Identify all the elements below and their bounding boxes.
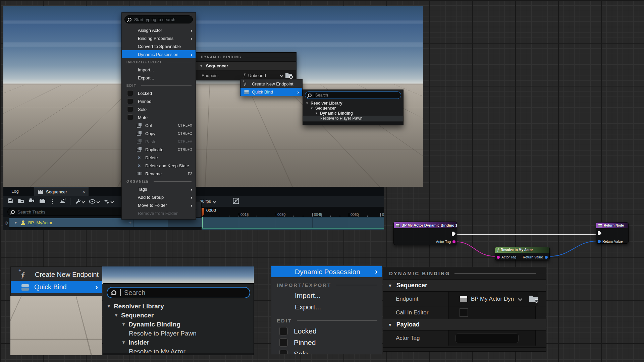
checkbox[interactable] [279,327,288,336]
timeline-track-region[interactable] [202,217,384,230]
menu-item-binding-properties[interactable]: Binding Properties› [122,34,196,42]
more-options-icon[interactable]: ⋮ [50,198,55,204]
details-title-row: DYNAMIC BINDING [383,267,546,279]
wrench-dropdown-icon[interactable] [75,198,85,204]
browse-icon[interactable] [285,73,292,78]
grid-line [349,217,349,228]
exec-in-pin[interactable] [598,231,601,235]
mute-all-icon[interactable]: ⊘ [3,217,9,230]
actor-tag-in-pin[interactable]: Actor Tag [497,255,516,259]
checkbox[interactable] [127,98,133,104]
checkbox[interactable] [279,350,288,354]
menu-item-delete-keep-state[interactable]: ×Delete and Keep State [122,162,196,170]
exec-out-pin[interactable] [452,232,455,236]
curve-editor-icon[interactable] [233,198,239,205]
menu-item-convert-to-spawnable[interactable]: Convert to Spawnable [122,42,196,50]
menu-item-cut[interactable]: CutCTRL+X [122,121,196,129]
menu-item-solo[interactable]: Solo [271,348,382,354]
track-actor-icon[interactable] [59,198,66,205]
checkbox[interactable] [127,106,133,112]
node-resolve[interactable]: ƒ Resolve to My Actor Actor Tag Return V… [495,247,550,260]
menu-item-quick-bind[interactable]: Quick Bind › [240,88,302,96]
menu-item-locked[interactable]: Locked [122,89,196,97]
menu-item-import[interactable]: Import... [271,290,382,301]
menu-item-add-to-group[interactable]: Add to Group› [122,193,196,201]
expand-triangle-icon[interactable]: ▼ [14,221,17,225]
menu-item-mute[interactable]: Mute [122,113,196,121]
menu-item-quick-bind[interactable]: Quick Bind › [11,281,102,293]
playback-range-bar[interactable] [202,228,384,229]
row-divider [133,218,134,227]
tab-log[interactable]: Log [11,187,19,196]
playhead-line[interactable] [202,217,203,229]
node-binding[interactable]: BP My Actor Dynamic Binding 1 Actor Tag [393,222,457,245]
browse-icon[interactable] [529,296,538,302]
duplicate-icon [137,147,142,152]
menu-item-copy[interactable]: CopyCTRL+C [122,129,196,137]
resolver-search-input[interactable]: Search [305,92,401,99]
playback-options-icon[interactable] [104,198,113,204]
tree-resolver-library[interactable]: ▼Resolver Library [103,302,254,311]
category-payload[interactable]: ▼ Payload [383,319,546,330]
camera-icon[interactable] [29,198,35,205]
menu-item-paste[interactable]: PasteCTRL+V [122,137,196,145]
popup-title-row: DYNAMIC BINDING [196,53,296,61]
checkbox[interactable] [127,114,133,120]
category-sequencer[interactable]: ▼ Sequencer [383,279,546,291]
timeline-ruler[interactable]: 0000 0015 0030 0045 0060 00 [202,207,384,217]
eye-dropdown-icon[interactable] [89,199,99,204]
expand-triangle-icon: ▼ [388,283,392,288]
tree-sequencer[interactable]: ▼Sequencer [103,311,254,320]
new-function-icon: ƒ+ [244,81,249,86]
menu-item-remove-from-folder[interactable]: Remove from Folder [122,209,196,217]
menu-item-pinned[interactable]: Pinned [271,337,382,348]
render-movie-icon[interactable] [39,198,46,205]
delete-icon: × [137,163,142,168]
checkbox[interactable] [460,308,468,317]
zoom-search-input[interactable]: Search [107,287,250,298]
menu-item-locked[interactable]: Locked [271,325,382,337]
close-icon[interactable]: × [83,189,85,194]
endpoint-dropdown[interactable]: ƒ Unbound [243,73,296,78]
function-icon: ƒ [243,73,246,78]
tree-sequencer[interactable]: ▼Sequencer [303,106,403,111]
menu-item-dynamic-possession[interactable]: Dynamic Possession› [122,50,196,58]
menu-item-assign-actor[interactable]: Assign Actor› [122,26,196,34]
actor-tag-out-pin[interactable]: Actor Tag [436,240,455,244]
menu-item-create-new-endpoint[interactable]: ƒ+ Create New Endpoint [240,80,302,88]
menu-item-move-to-folder[interactable]: Move to Folder› [122,201,196,209]
tree-dynamic-binding[interactable]: ▼Dynamic Binding [103,320,254,329]
menu-item-export[interactable]: Export... [122,74,196,82]
tree-resolver-library[interactable]: ▼Resolver Library [303,101,403,106]
menu-item-solo[interactable]: Solo [122,105,196,113]
content-browser-icon[interactable] [18,198,24,205]
menu-item-import[interactable]: Import... [122,66,196,74]
add-track-icon[interactable]: + [128,220,131,226]
fps-dropdown[interactable]: 30 fps [200,199,216,204]
tab-sequencer[interactable]: Sequencer × [34,187,89,196]
save-icon[interactable] [7,198,13,205]
tree-resolve-to-player-pawn[interactable]: Resolve to Player Pawn [303,116,403,121]
menu-item-tags[interactable]: Tags› [122,185,196,193]
return-value-in-pin[interactable]: Return Value [598,239,623,243]
menu-item-delete[interactable]: ×Delete [122,154,196,162]
menu-item-create-new-endpoint[interactable]: ƒ+ Create New Endpoint [11,268,102,281]
checkbox[interactable] [279,338,288,347]
menu-item-rename[interactable]: ⌷I⌷RenameF2 [122,170,196,178]
menu-item-export[interactable]: Export... [271,301,382,313]
menu-search-input[interactable]: Start typing to search [124,15,193,23]
node-return[interactable]: Return Node Return Value [596,222,629,244]
checkbox[interactable] [127,90,133,96]
category-sequencer[interactable]: ▼ Sequencer [196,61,296,70]
call-in-editor-value [448,306,535,319]
menu-item-pinned[interactable]: Pinned [122,97,196,105]
menu-item-duplicate[interactable]: DuplicateCTRL+D [122,145,196,154]
tree-insider[interactable]: ▼Insider [103,338,254,347]
actor-tag-input[interactable] [455,333,519,343]
return-value-out-pin[interactable]: Return Value [523,255,548,259]
menu-item-dynamic-possession[interactable]: Dynamic Possession › [271,266,382,277]
endpoint-dropdown[interactable]: BP My Actor Dyna [448,292,538,306]
tree-dynamic-binding[interactable]: ▼Dynamic Binding [303,111,403,116]
track-row-bp-myactor[interactable]: ▼ BP_MyActor + [9,218,202,227]
tree-resolve-to-player-pawn[interactable]: Resolve to Player Pawn [103,329,254,338]
